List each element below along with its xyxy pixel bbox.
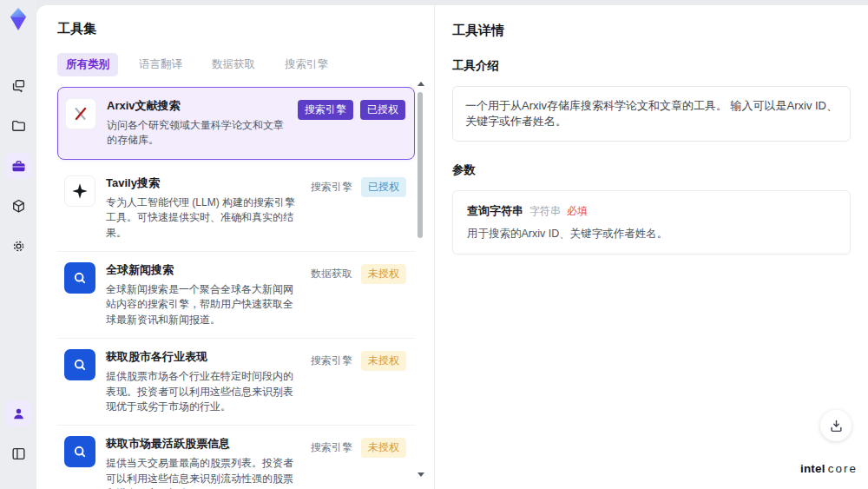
- tool-description: 专为人工智能代理 (LLM) 构建的搜索引擎工具。可快速提供实时、准确和真实的结…: [106, 195, 300, 241]
- params-heading: 参数: [452, 162, 851, 178]
- page-title: 工具集: [57, 21, 411, 37]
- app-logo-icon: [6, 7, 30, 31]
- sidebar-item-chat[interactable]: [5, 73, 31, 99]
- tool-description: 访问各个研究领域大量科学论文和文章的存储库。: [107, 118, 289, 149]
- sidebar-item-models[interactable]: [5, 193, 31, 219]
- download-button[interactable]: [820, 410, 852, 441]
- auth-status-badge: 已授权: [360, 100, 405, 120]
- scrollbar-thumb[interactable]: [418, 92, 423, 238]
- news-search-logo-icon: [64, 262, 95, 294]
- news-search-logo-icon: [64, 436, 95, 467]
- category-tabs: 所有类别 语言翻译 数据获取 搜索引擎: [57, 53, 411, 76]
- sidebar-item-panel-toggle[interactable]: [5, 440, 31, 466]
- category-badge: 数据获取: [309, 264, 354, 284]
- tool-list-item-global-news[interactable]: 全球新闻搜索 全球新闻搜索是一个聚合全球各大新闻网站内容的搜索引擎，帮助用户快速…: [57, 252, 415, 339]
- auth-status-badge: 未授权: [361, 264, 406, 284]
- tab-language-translation[interactable]: 语言翻译: [130, 53, 191, 76]
- tool-description: 提供当天交易量最高的股票列表。投资者可以利用这些信息来识别流动性强的股票和潜在的…: [106, 456, 300, 489]
- gear-icon: [10, 238, 27, 254]
- parameter-card: 查询字符串 字符串 必填 用于搜索的Arxiv ID、关键字或作者姓名。: [452, 190, 851, 254]
- core-brand-text: core: [828, 462, 858, 475]
- detail-title: 工具详情: [452, 23, 851, 39]
- arxiv-logo-icon: [65, 98, 96, 129]
- left-rail: [0, 0, 36, 489]
- scroll-down-arrow-icon[interactable]: [418, 472, 424, 477]
- cube-icon: [10, 198, 27, 215]
- chat-icon: [10, 78, 27, 95]
- tool-list-item-tavily[interactable]: Tavily搜索 专为人工智能代理 (LLM) 构建的搜索引擎工具。可快速提供实…: [57, 165, 415, 252]
- app-window: 工具集 所有类别 语言翻译 数据获取 搜索引擎 A: [0, 0, 868, 489]
- tool-list: Arxiv文献搜索 访问各个研究领域大量科学论文和文章的存储库。 搜索引擎 已授…: [57, 87, 415, 489]
- user-icon: [10, 406, 27, 422]
- list-scrollbar[interactable]: [417, 82, 424, 477]
- folder-icon: [10, 118, 27, 135]
- category-badge: 搜索引擎: [309, 351, 354, 371]
- news-search-logo-icon: [64, 349, 95, 380]
- tab-data-fetching[interactable]: 数据获取: [203, 53, 264, 76]
- tool-name: Arxiv文献搜索: [107, 98, 289, 114]
- parameter-required-flag: 必填: [567, 204, 588, 219]
- download-icon: [828, 418, 845, 434]
- tavily-logo-icon: [64, 175, 95, 207]
- main-content: 工具集 所有类别 语言翻译 数据获取 搜索引擎 A: [36, 5, 868, 489]
- tool-detail-panel: 工具详情 工具介绍 一个用于从Arxiv存储库搜索科学论文和文章的工具。 输入可…: [434, 5, 868, 489]
- sidebar-item-profile[interactable]: [5, 400, 31, 426]
- parameter-name: 查询字符串: [467, 203, 523, 219]
- auth-status-badge: 未授权: [361, 351, 406, 371]
- tool-name: 获取股市各行业表现: [106, 349, 300, 365]
- panel-toggle-icon: [10, 446, 27, 462]
- parameter-type: 字符串: [529, 204, 561, 219]
- tool-list-item-active-stocks[interactable]: 获取市场最活跃股票信息 提供当天交易量最高的股票列表。投资者可以利用这些信息来识…: [57, 426, 415, 489]
- tool-list-panel: 工具集 所有类别 语言翻译 数据获取 搜索引擎 A: [36, 5, 434, 489]
- tool-list-item-sector-performance[interactable]: 获取股市各行业表现 提供股票市场各个行业在特定时间段内的表现。投资者可以利用这些…: [57, 339, 415, 426]
- intel-core-logo: intel core: [800, 462, 858, 475]
- auth-status-badge: 未授权: [361, 438, 406, 458]
- intro-heading: 工具介绍: [452, 58, 851, 74]
- tool-description: 全球新闻搜索是一个聚合全球各大新闻网站内容的搜索引擎，帮助用户快速获取全球最新资…: [106, 282, 300, 327]
- tool-name: 获取市场最活跃股票信息: [106, 436, 300, 452]
- tab-search-engine[interactable]: 搜索引擎: [276, 53, 337, 76]
- auth-status-badge: 已授权: [361, 177, 406, 197]
- tool-name: Tavily搜索: [106, 175, 300, 191]
- tool-name: 全球新闻搜索: [106, 262, 300, 278]
- category-badge: 搜索引擎: [298, 100, 353, 120]
- sidebar-item-tools[interactable]: [5, 153, 31, 179]
- tool-intro-text: 一个用于从Arxiv存储库搜索科学论文和文章的工具。 输入可以是Arxiv ID…: [452, 86, 851, 142]
- briefcase-icon: [10, 158, 27, 175]
- intel-brand-text: intel: [800, 462, 825, 475]
- tool-description: 提供股票市场各个行业在特定时间段内的表现。投资者可以利用这些信息来识别表现优于或…: [106, 369, 300, 414]
- category-badge: 搜索引擎: [309, 438, 354, 458]
- tool-list-item-arxiv[interactable]: Arxiv文献搜索 访问各个研究领域大量科学论文和文章的存储库。 搜索引擎 已授…: [57, 87, 415, 160]
- tab-all-categories[interactable]: 所有类别: [57, 53, 118, 76]
- parameter-description: 用于搜索的Arxiv ID、关键字或作者姓名。: [467, 227, 836, 241]
- sidebar-item-settings[interactable]: [5, 233, 31, 259]
- scroll-up-arrow-icon[interactable]: [418, 82, 424, 86]
- sidebar-item-files[interactable]: [5, 113, 31, 139]
- category-badge: 搜索引擎: [309, 177, 354, 197]
